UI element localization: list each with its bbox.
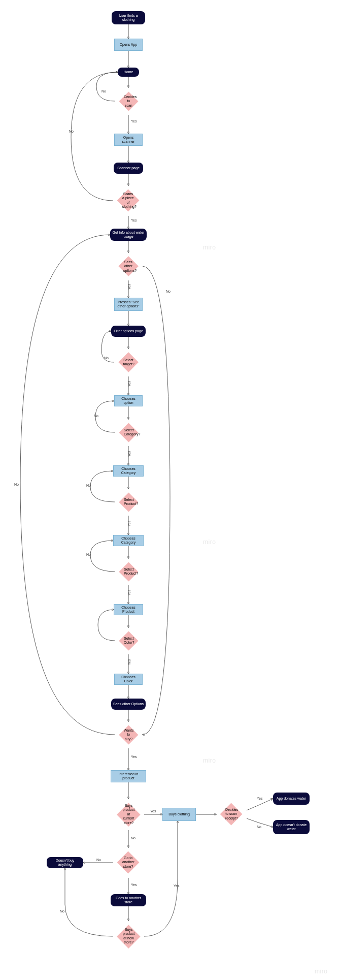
node-n31: Doesn't buy anything xyxy=(47,857,83,868)
edge-label-yes: Yes xyxy=(127,284,131,290)
node-n6: Scanner page xyxy=(114,163,143,174)
node-label: Sees other options? xyxy=(123,260,133,272)
node-label: Decides to scan xyxy=(124,94,133,107)
edge-label-no: No xyxy=(14,483,19,486)
edge-label-yes: Yes xyxy=(131,218,137,222)
watermark: miro xyxy=(203,539,216,546)
edge-label-yes: Yes xyxy=(131,883,137,887)
node-n9: Sees other options? xyxy=(118,256,139,276)
node-n11: Filter options page xyxy=(111,326,146,337)
node-n23: Wants to buy? xyxy=(119,725,138,744)
edge-label-no: No xyxy=(94,414,98,418)
edge-label-yes: Yes xyxy=(127,381,131,387)
node-n22: Sees other Options xyxy=(111,699,146,710)
node-label: Select Color? xyxy=(124,637,133,645)
node-n28: App donates water xyxy=(273,793,310,805)
edge-label-yes: Yes xyxy=(150,809,156,813)
watermark: miro xyxy=(315,968,327,975)
node-n33: Buys product at new store? xyxy=(117,925,140,948)
edge-label-yes: Yes xyxy=(131,119,137,123)
node-n12: Select target? xyxy=(118,352,139,372)
node-n29: App doesn't donate water xyxy=(273,820,310,834)
node-n18: Select Product? xyxy=(119,562,138,581)
node-label: Wants to buy? xyxy=(124,728,133,741)
edge-label-no: No xyxy=(86,484,91,487)
node-n1: User finds a clothing xyxy=(112,11,145,24)
node-n17: Chooses Category xyxy=(113,535,144,546)
node-n7: Scans a piece of clothing? xyxy=(117,189,140,212)
node-n5: Opens scanner xyxy=(114,134,143,146)
watermark: miro xyxy=(203,757,216,764)
node-n4: Decides to scan xyxy=(119,91,138,111)
node-n10: Presses "See other options" xyxy=(114,298,143,311)
edge-label-yes: Yes xyxy=(127,451,131,457)
edge-label-yes: Yes xyxy=(174,884,179,888)
edge-label-no: No xyxy=(86,553,91,556)
node-n8: Get info about water usage xyxy=(110,229,147,241)
node-n32: Goes to another store xyxy=(111,894,146,906)
edge-label-no: No xyxy=(101,89,106,93)
node-n16: Select Product? xyxy=(119,492,138,512)
node-n14: Select Category? xyxy=(119,423,138,442)
edge-label-yes: Yes xyxy=(127,590,131,595)
edge-label-no: No xyxy=(60,909,64,913)
node-label: Select target? xyxy=(123,358,133,367)
node-label: Decides to scan receipt? xyxy=(225,808,237,820)
edge-label-yes: Yes xyxy=(131,755,137,758)
node-label: Buys product at current store? xyxy=(122,804,135,825)
node-n25: Buys product at current store? xyxy=(117,803,140,826)
node-n20: Select Color? xyxy=(119,631,138,650)
edge-label-yes: Yes xyxy=(127,521,131,526)
node-n19: Chooses Product xyxy=(114,604,143,615)
node-label: Scans a piece of clothing? xyxy=(122,192,134,209)
node-n21: Chooses Color xyxy=(114,674,143,685)
watermark: miro xyxy=(203,244,216,251)
node-label: Select Category? xyxy=(124,428,133,437)
edge-label-no: No xyxy=(96,858,101,862)
node-n26: Buys clothing xyxy=(162,808,196,821)
node-n2: Opens App xyxy=(114,39,143,51)
node-n24: Interested in product xyxy=(111,770,146,782)
edge-label-no: No xyxy=(104,356,109,360)
edge-label-no: No xyxy=(131,836,135,840)
flowchart-canvas: miro miro miro miro Yes No Yes No Yes No… xyxy=(0,0,339,980)
edge-label-yes: Yes xyxy=(257,797,262,800)
node-n15: Chooses Category xyxy=(113,465,144,477)
node-n27: Decides to scan receipt? xyxy=(220,803,243,826)
node-label: Select Product? xyxy=(124,498,133,507)
node-label: Go to another store? xyxy=(122,856,134,869)
edge-label-yes: Yes xyxy=(127,659,131,665)
edge-label-no: No xyxy=(257,825,261,829)
node-n13: Chooses option xyxy=(114,395,143,406)
node-n30: Go to another store? xyxy=(117,851,140,874)
node-label: Buys product at new store? xyxy=(122,928,135,945)
edge-label-no: No xyxy=(166,290,171,293)
node-n3: Home xyxy=(118,68,139,77)
node-label: Select Product? xyxy=(124,567,133,576)
edge-label-no: No xyxy=(69,130,74,133)
